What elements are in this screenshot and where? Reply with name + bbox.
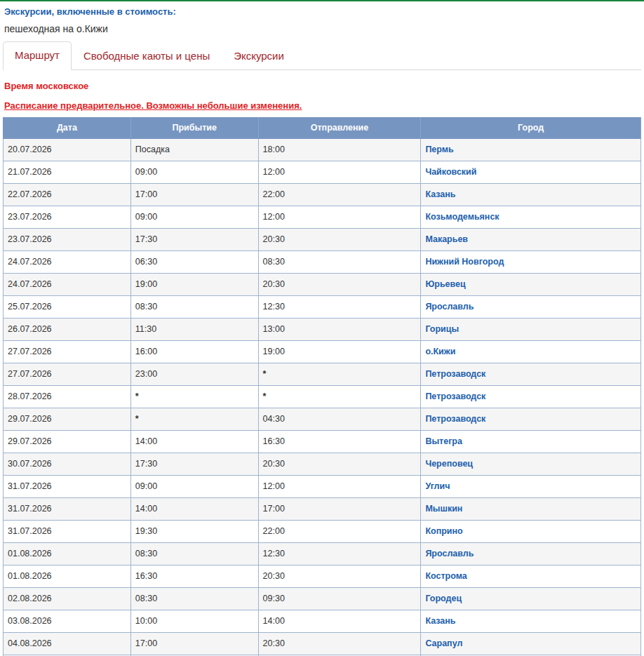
departure-cell: 19:00 bbox=[258, 341, 421, 363]
city-link[interactable]: Петрозаводск bbox=[425, 391, 485, 401]
table-row: 31.07.202609:0012:00Углич bbox=[4, 476, 641, 498]
city-link[interactable]: Казань bbox=[425, 616, 455, 626]
city-cell: Вытегра bbox=[421, 431, 641, 453]
included-excursion-item: пешеходная на о.Кижи bbox=[4, 23, 640, 34]
date-cell: 28.07.2026 bbox=[4, 386, 131, 408]
tab-cabins-prices[interactable]: Свободные каюты и цены bbox=[72, 43, 222, 69]
departure-cell: 16:30 bbox=[258, 431, 421, 453]
arrival-cell: 14:00 bbox=[130, 431, 258, 453]
city-link[interactable]: Козьмодемьянск bbox=[425, 212, 499, 222]
page-top-accent-line bbox=[0, 0, 644, 1]
timezone-notice: Время московское bbox=[4, 81, 640, 91]
cruise-details-panel: Экскурсии, включенные в стоимость: пешех… bbox=[0, 6, 644, 656]
table-body: 20.07.2026Посадка18:00Пермь21.07.202609:… bbox=[4, 139, 641, 656]
table-row: 26.07.202611:3013:00Горицы bbox=[4, 319, 641, 341]
city-link[interactable]: Кострома bbox=[425, 571, 467, 581]
city-cell: Углич bbox=[421, 476, 641, 498]
date-cell: 27.07.2026 bbox=[4, 341, 131, 363]
city-link[interactable]: Макарьев bbox=[425, 234, 468, 244]
departure-cell: 13:00 bbox=[258, 319, 421, 341]
city-link[interactable]: Горицы bbox=[425, 324, 459, 334]
city-link[interactable]: Ярославль bbox=[425, 549, 474, 558]
arrival-cell: 16:30 bbox=[130, 565, 258, 588]
city-link[interactable]: Череповец bbox=[425, 459, 473, 469]
arrival-cell: 17:30 bbox=[130, 453, 258, 476]
date-cell: 23.07.2026 bbox=[4, 229, 131, 251]
arrival-cell: 19:30 bbox=[130, 521, 258, 543]
city-cell: Петрозаводск bbox=[421, 386, 641, 408]
city-cell: Чайковский bbox=[421, 161, 641, 184]
table-row: 31.07.202619:3022:00Коприно bbox=[4, 521, 641, 543]
table-row: 24.07.202606:3008:30Нижний Новгород bbox=[4, 251, 641, 274]
table-row: 27.07.202623:00*Петрозаводск bbox=[4, 363, 641, 386]
table-row: 27.07.202616:0019:00о.Кижи bbox=[4, 341, 641, 363]
city-link[interactable]: Петрозаводск bbox=[425, 414, 485, 424]
table-row: 25.07.202608:3012:30Ярославль bbox=[4, 296, 641, 319]
arrival-cell: 10:00 bbox=[130, 610, 258, 633]
city-link[interactable]: Коприно bbox=[425, 526, 462, 536]
table-row: 29.07.2026*04:30Петрозаводск bbox=[4, 408, 641, 431]
city-cell: Кострома bbox=[421, 565, 641, 588]
departure-cell: 12:30 bbox=[258, 543, 421, 565]
arrival-cell: 14:00 bbox=[130, 498, 258, 521]
date-cell: 29.07.2026 bbox=[4, 431, 131, 453]
arrival-cell: 09:00 bbox=[130, 206, 258, 229]
route-schedule-table: Дата Прибытие Отправление Город 20.07.20… bbox=[3, 117, 641, 656]
departure-cell: 20:30 bbox=[258, 633, 421, 655]
departure-cell: 20:30 bbox=[258, 229, 421, 251]
arrival-cell: 17:00 bbox=[130, 633, 258, 655]
arrival-cell: * bbox=[130, 408, 258, 431]
city-cell: Коприно bbox=[421, 521, 641, 543]
city-link[interactable]: Городец bbox=[425, 594, 462, 603]
date-cell: 31.07.2026 bbox=[4, 521, 131, 543]
date-cell: 20.07.2026 bbox=[4, 139, 131, 161]
city-link[interactable]: о.Кижи bbox=[425, 347, 455, 356]
table-row: 23.07.202617:3020:30Макарьев bbox=[4, 229, 641, 251]
schedule-disclaimer: Расписание предварительное. Возможны неб… bbox=[4, 100, 640, 111]
departure-cell: 12:00 bbox=[258, 161, 421, 184]
date-cell: 24.07.2026 bbox=[4, 251, 131, 274]
date-cell: 25.07.2026 bbox=[4, 296, 131, 319]
departure-cell: 22:00 bbox=[258, 184, 421, 206]
city-cell: Пермь bbox=[421, 139, 641, 161]
departure-cell: 17:00 bbox=[258, 498, 421, 521]
city-link[interactable]: Углич bbox=[425, 481, 450, 491]
city-link[interactable]: Пермь bbox=[425, 145, 453, 154]
city-link[interactable]: Ярославль bbox=[425, 302, 474, 312]
arrival-cell: 06:30 bbox=[130, 251, 258, 274]
arrival-cell: Посадка bbox=[130, 139, 258, 161]
city-cell: Ярославль bbox=[421, 543, 641, 565]
city-link[interactable]: Мышкин bbox=[425, 504, 462, 514]
city-cell: Мышкин bbox=[421, 498, 641, 521]
tab-excursions[interactable]: Экскурсии bbox=[222, 43, 296, 69]
city-cell: Сарапул bbox=[421, 633, 641, 655]
city-cell: Петрозаводск bbox=[421, 363, 641, 386]
arrival-cell: 17:30 bbox=[130, 229, 258, 251]
departure-cell: 18:00 bbox=[258, 139, 421, 161]
tab-route[interactable]: Маршрут bbox=[3, 41, 72, 70]
arrival-cell: * bbox=[130, 386, 258, 408]
city-link[interactable]: Чайковский bbox=[425, 167, 476, 177]
table-row: 28.07.2026**Петрозаводск bbox=[4, 386, 641, 408]
city-link[interactable]: Юрьевец bbox=[425, 279, 465, 289]
table-row: 24.07.202619:0020:30Юрьевец bbox=[4, 274, 641, 296]
date-cell: 21.07.2026 bbox=[4, 161, 131, 184]
table-row: 29.07.202614:0016:30Вытегра bbox=[4, 431, 641, 453]
city-link[interactable]: Вытегра bbox=[425, 436, 462, 446]
city-cell: Макарьев bbox=[421, 229, 641, 251]
city-link[interactable]: Нижний Новгород bbox=[425, 257, 504, 267]
departure-cell: 04:30 bbox=[258, 408, 421, 431]
departure-cell: * bbox=[258, 363, 421, 386]
departure-cell: 12:30 bbox=[258, 296, 421, 319]
table-row: 01.08.202616:3020:30Кострома bbox=[4, 565, 641, 588]
city-link[interactable]: Петрозаводск bbox=[425, 369, 485, 379]
departure-cell: * bbox=[258, 386, 421, 408]
date-cell: 03.08.2026 bbox=[4, 610, 131, 633]
table-row: 20.07.2026Посадка18:00Пермь bbox=[4, 139, 641, 161]
city-link[interactable]: Казань bbox=[425, 189, 455, 199]
city-cell: Нижний Новгород bbox=[421, 251, 641, 274]
city-link[interactable]: Сарапул bbox=[425, 638, 462, 648]
table-row: 03.08.202610:0014:00Казань bbox=[4, 610, 641, 633]
city-cell: Юрьевец bbox=[421, 274, 641, 296]
date-cell: 24.07.2026 bbox=[4, 274, 131, 296]
